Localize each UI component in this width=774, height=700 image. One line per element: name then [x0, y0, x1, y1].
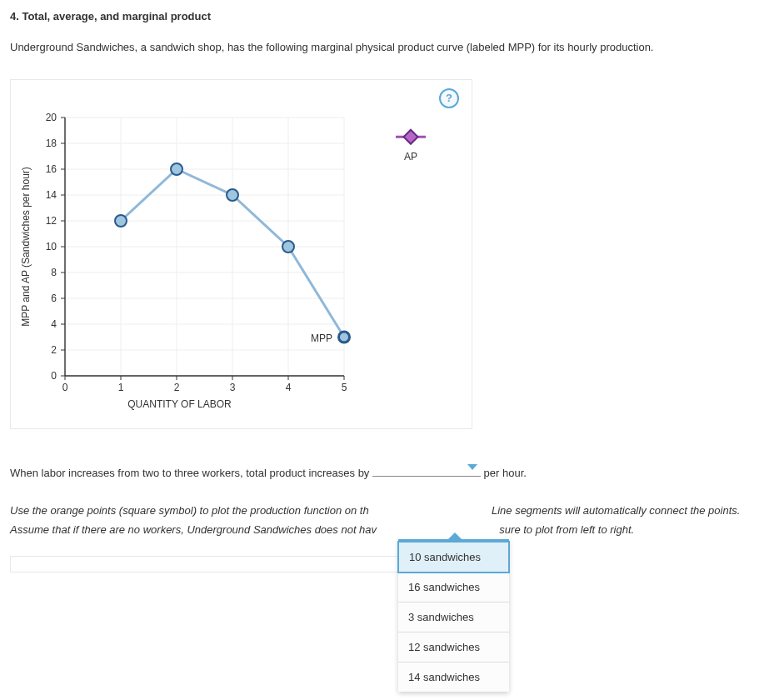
- svg-text:10: 10: [46, 241, 57, 252]
- instr-line1b: Line segments will automatically connect…: [492, 504, 740, 517]
- svg-text:20: 20: [46, 112, 57, 123]
- svg-text:12: 12: [46, 215, 57, 227]
- intro-suffix: ) for its hourly production.: [532, 41, 654, 53]
- svg-text:4: 4: [286, 382, 292, 393]
- svg-rect-63: [404, 129, 418, 143]
- question-title: 4. Total, average, and marginal product: [10, 10, 764, 22]
- second-chart-top-edge: [10, 556, 427, 572]
- chart-svg: 01234502468101214161820QUANTITY OF LABOR…: [11, 105, 473, 430]
- instr-line1a: Use the orange points (square symbol) to…: [10, 504, 369, 517]
- svg-point-58: [282, 241, 294, 252]
- svg-text:MPP and AP (Sandwiches per hou: MPP and AP (Sandwiches per hour): [20, 167, 32, 327]
- svg-text:8: 8: [51, 267, 57, 278]
- instr-line2a: Assume that if there are no workers, Und…: [10, 523, 377, 536]
- svg-text:14: 14: [46, 189, 57, 201]
- svg-point-56: [171, 163, 182, 175]
- svg-text:AP: AP: [404, 151, 417, 162]
- svg-text:1: 1: [118, 382, 124, 393]
- svg-text:2: 2: [51, 344, 57, 356]
- instructions-text: Use the orange points (square symbol) to…: [10, 501, 764, 540]
- dropdown-panel: 10 sandwiches16 sandwiches3 sandwiches12…: [398, 539, 509, 582]
- intro-mpp-label: MPP: [508, 41, 532, 53]
- dropdown-option[interactable]: 10 sandwiches: [397, 541, 510, 573]
- svg-text:3: 3: [230, 382, 236, 393]
- question-line: When labor increases from two to three w…: [10, 462, 764, 482]
- svg-text:6: 6: [51, 292, 57, 304]
- answer-dropdown[interactable]: [372, 462, 481, 477]
- intro-prefix: Underground Sandwiches, a sandwich shop,…: [10, 41, 508, 53]
- dropdown-pointer-icon: [448, 532, 462, 539]
- svg-text:QUANTITY OF LABOR: QUANTITY OF LABOR: [127, 398, 232, 410]
- svg-text:MPP: MPP: [311, 332, 332, 343]
- svg-text:0: 0: [62, 382, 68, 393]
- intro-text: Underground Sandwiches, a sandwich shop,…: [10, 39, 764, 56]
- svg-text:18: 18: [46, 138, 57, 149]
- help-icon: ?: [446, 92, 452, 104]
- chart-container: ? 01234502468101214161820QUANTITY OF LAB…: [10, 79, 472, 429]
- svg-text:0: 0: [51, 370, 57, 382]
- dropdown-option[interactable]: 16 sandwiches: [398, 572, 509, 582]
- question-suffix: per hour.: [484, 467, 527, 479]
- svg-point-55: [115, 215, 127, 227]
- svg-text:2: 2: [174, 382, 180, 393]
- instr-line2b: sure to plot from left to right.: [499, 523, 634, 536]
- svg-text:16: 16: [46, 163, 57, 175]
- question-prefix: When labor increases from two to three w…: [10, 467, 372, 479]
- svg-point-57: [227, 189, 238, 201]
- chevron-down-icon: [467, 464, 477, 470]
- svg-text:5: 5: [342, 382, 347, 393]
- svg-text:4: 4: [51, 318, 57, 330]
